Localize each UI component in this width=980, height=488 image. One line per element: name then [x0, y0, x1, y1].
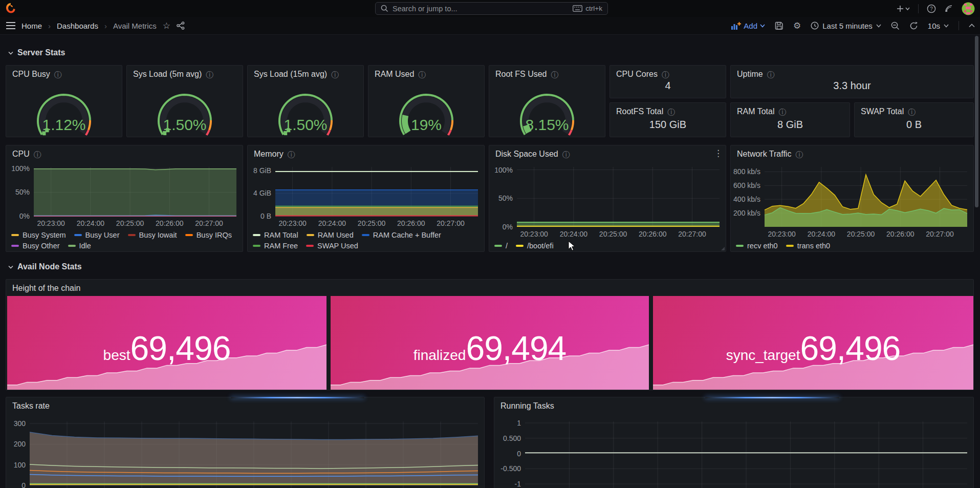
gauge-chart[interactable]: 8.15%	[489, 82, 605, 136]
panel-title[interactable]: Tasks rate	[12, 401, 50, 411]
info-icon[interactable]: ⓘ	[206, 71, 213, 78]
grafana-logo[interactable]	[5, 3, 16, 14]
network-chart[interactable]: 200 kb/s400 kb/s600 kb/s800 kb/s20:23:00…	[731, 161, 973, 240]
panel-running-tasks: Running Tasks 10.5000-0.500-1	[494, 397, 974, 488]
legend-item[interactable]: RAM Cache + Buffer	[362, 231, 441, 239]
memory-chart[interactable]: 0 B4 GiB8 GiB20:23:0020:24:0020:25:0020:…	[248, 161, 484, 229]
svg-text:1.50%: 1.50%	[284, 116, 327, 133]
info-icon[interactable]: ⓘ	[54, 71, 62, 78]
disk-chart[interactable]: 0%50%100%20:23:0020:24:0020:25:0020:26:0…	[489, 161, 726, 240]
info-icon[interactable]: ⓘ	[908, 108, 916, 116]
panel-title[interactable]: CPU Busy	[12, 69, 50, 79]
panel-title[interactable]: Height of the chain	[12, 283, 80, 293]
refresh-button[interactable]	[909, 22, 918, 30]
legend-item[interactable]: Busy Iowait	[128, 231, 177, 239]
svg-text:200: 200	[14, 440, 26, 448]
svg-text:20:27:00: 20:27:00	[926, 230, 954, 238]
info-icon[interactable]: ⓘ	[562, 151, 570, 158]
panel-cpu-cores: CPU Coresⓘ 4	[609, 65, 726, 98]
collapse-toolbar-button[interactable]	[969, 24, 975, 28]
tasks-rate-chart[interactable]: 0100200300	[6, 413, 484, 488]
legend-item[interactable]: RAM Total	[253, 231, 298, 239]
gauge-chart[interactable]: 1.12%	[6, 82, 122, 136]
panel-title[interactable]: RAM Used	[375, 69, 414, 79]
panel-title[interactable]: SWAP Total	[861, 107, 904, 117]
cpu-chart[interactable]: 0%50%100%20:23:0020:24:0020:25:0020:26:0…	[6, 161, 243, 229]
refresh-interval-picker[interactable]: 10s	[928, 22, 949, 30]
panel-title[interactable]: Sys Load (15m avg)	[254, 69, 327, 79]
legend-swatch	[128, 234, 136, 236]
news-button[interactable]	[944, 4, 953, 13]
legend-item[interactable]: Idle	[68, 242, 91, 250]
info-icon[interactable]: ⓘ	[662, 71, 669, 78]
info-icon[interactable]: ⓘ	[288, 151, 295, 158]
legend-item[interactable]: Busy IRQs	[185, 231, 232, 239]
zoom-out-button[interactable]	[891, 22, 900, 30]
stat-finalized[interactable]: finalized69,494	[331, 296, 649, 390]
add-button[interactable]: Add	[731, 22, 765, 30]
share-button[interactable]	[177, 22, 185, 30]
panel-title[interactable]: Sys Load (5m avg)	[133, 69, 202, 79]
new-button[interactable]	[897, 5, 910, 12]
panel-title[interactable]: Network Traffic	[737, 149, 791, 159]
section-avail-node-stats[interactable]: Avail Node Stats	[8, 262, 82, 271]
info-icon[interactable]: ⓘ	[418, 71, 426, 78]
panel-title[interactable]: CPU Cores	[616, 69, 658, 79]
info-icon[interactable]: ⓘ	[795, 151, 803, 158]
panel-disk-space: Disk Space Usedⓘ ⋮ 0%50%100%20:23:0020:2…	[489, 145, 726, 252]
info-icon[interactable]: ⓘ	[779, 108, 787, 116]
panel-title[interactable]: Running Tasks	[500, 401, 554, 411]
svg-text:20:25:00: 20:25:00	[599, 230, 627, 238]
svg-text:20:27:00: 20:27:00	[678, 230, 706, 238]
legend-item[interactable]: SWAP Used	[306, 242, 358, 250]
legend-item[interactable]: trans eth0	[786, 242, 831, 250]
legend-item[interactable]: /boot/efi	[516, 242, 554, 250]
panel-title[interactable]: Uptime	[737, 69, 763, 79]
panel-title[interactable]: RAM Total	[737, 107, 775, 117]
gauge-chart[interactable]: 19%	[368, 82, 484, 136]
favorite-star-icon[interactable]: ☆	[163, 22, 170, 30]
gauge-chart[interactable]: 1.50%	[248, 82, 363, 136]
breadcrumb-dashboards[interactable]: Dashboards	[57, 22, 98, 30]
panel-title[interactable]: Disk Space Used	[495, 149, 558, 159]
save-button[interactable]	[775, 22, 783, 30]
svg-text:1.50%: 1.50%	[163, 116, 206, 133]
legend-item[interactable]: RAM Free	[253, 242, 298, 250]
info-icon[interactable]: ⓘ	[767, 71, 775, 78]
legend-item[interactable]: recv eth0	[736, 242, 778, 250]
help-button[interactable]: ?	[927, 4, 936, 13]
time-range-picker[interactable]: Last 5 minutes	[811, 22, 881, 30]
gauge-chart[interactable]: 1.50%	[127, 82, 243, 136]
info-icon[interactable]: ⓘ	[34, 151, 41, 158]
breadcrumb-home[interactable]: Home	[21, 22, 42, 30]
stat-sync-target[interactable]: sync_target69,496	[653, 296, 973, 390]
menu-button[interactable]	[6, 22, 15, 29]
panel-title[interactable]: Memory	[254, 149, 284, 159]
scrollbar-thumb[interactable]	[975, 36, 978, 207]
legend-swatch	[74, 234, 82, 236]
legend-item[interactable]: Busy System	[11, 231, 66, 239]
panel-title[interactable]: Root FS Used	[495, 69, 547, 79]
disk-legend: //boot/efi	[489, 240, 726, 251]
panel-menu-icon[interactable]: ⋮	[714, 148, 723, 159]
search-input[interactable]: Search or jump to... ctrl+k	[375, 2, 608, 15]
info-icon[interactable]: ⓘ	[667, 108, 675, 116]
time-range-label: Last 5 minutes	[822, 22, 873, 30]
divider	[918, 4, 919, 13]
stat-best[interactable]: best69,496	[7, 296, 326, 390]
settings-button[interactable]: ⚙	[793, 20, 801, 31]
legend-item[interactable]: Busy Other	[11, 242, 60, 250]
legend-item[interactable]: RAM Used	[307, 231, 354, 239]
info-icon[interactable]: ⓘ	[331, 71, 339, 78]
svg-text:600 kb/s: 600 kb/s	[733, 181, 760, 189]
section-server-stats[interactable]: Server Stats	[8, 48, 65, 57]
legend-item[interactable]: /	[494, 242, 508, 250]
avatar[interactable]	[962, 2, 975, 15]
running-tasks-chart[interactable]: 10.5000-0.500-1	[494, 413, 973, 488]
panel-title[interactable]: CPU	[12, 149, 30, 159]
info-icon[interactable]: ⓘ	[551, 71, 558, 78]
legend-item[interactable]: Busy User	[74, 231, 120, 239]
panel-title[interactable]: RootFS Total	[616, 107, 663, 117]
save-icon	[775, 22, 783, 30]
resize-handle[interactable]	[721, 247, 725, 250]
